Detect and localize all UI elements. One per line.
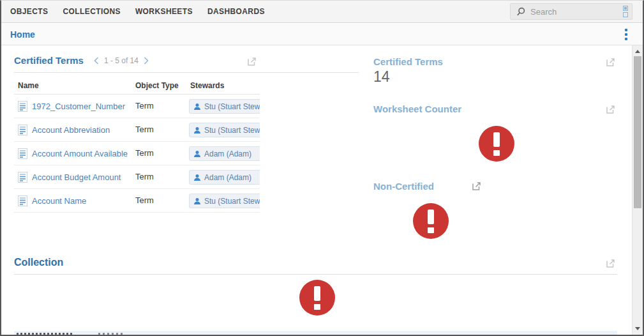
pagination-text: 1 - 5 of 14 <box>104 56 139 65</box>
object-type: Term <box>135 125 154 134</box>
chevron-left-icon[interactable] <box>91 56 101 65</box>
open-widget-icon[interactable] <box>605 57 616 68</box>
vertical-scrollbar[interactable] <box>632 45 643 335</box>
table-body: 1972_Customer_Number Term Stu (Stuart St… <box>14 95 260 213</box>
object-type: Term <box>135 172 154 181</box>
search-input[interactable] <box>530 7 623 17</box>
table-row: Account Name Term Stu (Stuart Stew <box>14 189 260 213</box>
certified-terms-count-value: 14 <box>373 68 390 86</box>
open-widget-icon[interactable] <box>246 56 257 67</box>
person-icon <box>193 197 201 205</box>
worksheet-counter-title[interactable]: Worksheet Counter <box>373 103 461 114</box>
scroll-down-arrow-icon[interactable] <box>635 327 640 330</box>
nav-item-worksheets[interactable]: WORKSHEETS <box>135 7 193 16</box>
open-widget-icon[interactable] <box>605 258 616 269</box>
open-widget-icon[interactable] <box>471 181 482 192</box>
steward-name: Stu (Stuart Stew <box>204 102 260 111</box>
steward-badge[interactable]: Adam (Adam) <box>189 146 260 161</box>
table-row: Account Abbreviation Term Stu (Stuart St… <box>14 118 260 142</box>
nav-item-collections[interactable]: COLLECTIONS <box>63 7 120 16</box>
term-link[interactable]: Account Budget Amount <box>32 172 121 182</box>
main-content: Certified Terms 1 - 5 of 14 Name Object … <box>1 45 632 335</box>
nav-item-dashboards[interactable]: DASHBOARDS <box>207 7 265 16</box>
widget-header-divider <box>14 72 359 73</box>
open-widget-icon[interactable] <box>605 104 616 115</box>
person-icon <box>193 103 201 111</box>
breadcrumb-bar: Home <box>1 24 643 45</box>
search-box[interactable] <box>510 3 633 20</box>
term-doc-icon <box>18 172 27 185</box>
error-icon <box>413 203 449 239</box>
steward-name: Adam (Adam) <box>204 173 251 182</box>
steward-badge[interactable]: Stu (Stuart Stew <box>189 123 260 137</box>
steward-name: Stu (Stuart Stew <box>204 197 260 206</box>
search-icon <box>516 7 526 17</box>
error-icon <box>479 126 514 162</box>
person-icon <box>193 174 201 181</box>
steward-name: Stu (Stuart Stew <box>204 126 260 135</box>
term-doc-icon <box>18 101 27 114</box>
object-type: Term <box>135 101 154 111</box>
scroll-up-arrow-icon[interactable] <box>635 50 640 53</box>
term-link[interactable]: Account Amount Available <box>32 149 128 158</box>
clipped-bottom-row <box>14 331 617 335</box>
object-type: Term <box>135 148 154 158</box>
person-icon <box>193 150 201 158</box>
certified-terms-counter-title[interactable]: Certified Terms <box>373 56 443 67</box>
collection-title[interactable]: Collection <box>14 257 63 268</box>
term-link[interactable]: Account Name <box>32 196 86 206</box>
table-row: Account Amount Available Term Adam (Adam… <box>14 142 260 165</box>
column-header-object-type: Object Type <box>135 81 179 90</box>
certified-terms-table-title[interactable]: Certified Terms <box>14 55 84 66</box>
certified-terms-widget-header: Certified Terms 1 - 5 of 14 <box>14 55 151 66</box>
column-header-name: Name <box>18 81 39 90</box>
term-link[interactable]: 1972_Customer_Number <box>32 102 125 111</box>
term-doc-icon <box>18 148 27 162</box>
collection-header-divider <box>14 274 617 275</box>
term-doc-icon <box>18 195 27 209</box>
steward-badge[interactable]: Adam (Adam) <box>189 170 260 185</box>
table-row: 1972_Customer_Number Term Stu (Stuart St… <box>14 95 260 118</box>
steward-badge[interactable]: Stu (Stuart Stew <box>189 194 260 208</box>
page-title-home[interactable]: Home <box>10 29 35 40</box>
search-scope-icon[interactable] <box>623 6 628 17</box>
term-doc-icon <box>18 125 27 138</box>
nav-item-objects[interactable]: OBJECTS <box>10 7 48 16</box>
top-nav: OBJECTS COLLECTIONS WORKSHEETS DASHBOARD… <box>1 0 643 23</box>
object-type: Term <box>135 195 154 205</box>
non-certified-title[interactable]: Non-Certified <box>373 181 434 192</box>
column-header-stewards: Stewards <box>190 81 224 90</box>
steward-badge[interactable]: Stu (Stuart Stew <box>189 99 260 114</box>
steward-name: Adam (Adam) <box>204 149 251 158</box>
kebab-menu-icon[interactable] <box>622 27 630 42</box>
person-icon <box>193 126 201 134</box>
table-row: Account Budget Amount Term Adam (Adam) <box>14 165 260 189</box>
term-link[interactable]: Account Abbreviation <box>32 125 110 135</box>
chevron-right-icon[interactable] <box>141 56 151 65</box>
error-icon <box>299 280 335 316</box>
table-header: Name Object Type Stewards <box>14 77 260 95</box>
scrollbar-thumb[interactable] <box>634 56 641 208</box>
pagination: 1 - 5 of 14 <box>91 56 151 65</box>
